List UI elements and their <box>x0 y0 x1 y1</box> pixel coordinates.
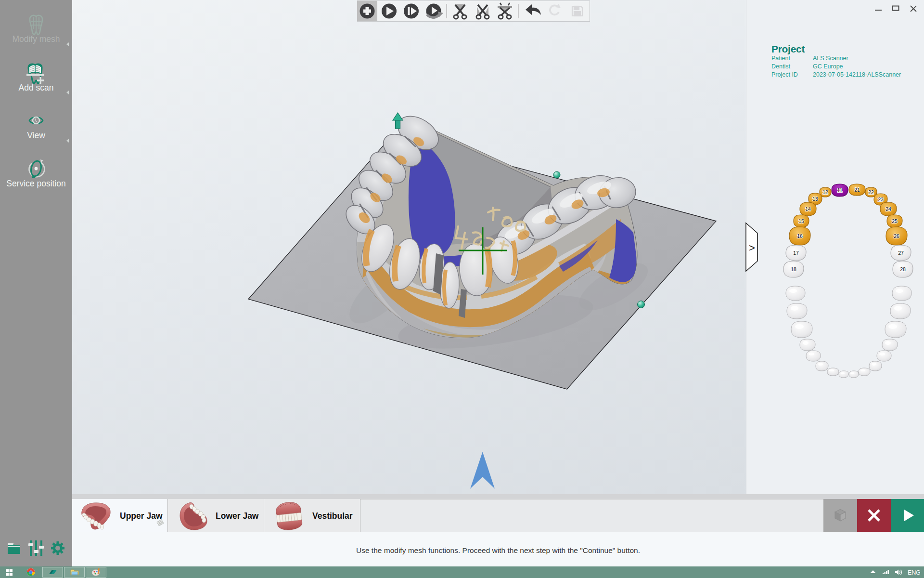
svg-text:23: 23 <box>878 197 884 202</box>
svg-text:ENG: ENG <box>908 569 920 576</box>
svg-text:13: 13 <box>812 196 818 202</box>
svg-text:>: > <box>749 242 755 254</box>
svg-text:28: 28 <box>900 266 906 272</box>
svg-text:12: 12 <box>822 189 828 195</box>
svg-text:16: 16 <box>797 233 803 239</box>
svg-text:15: 15 <box>798 218 804 224</box>
svg-text:11: 11 <box>837 187 843 193</box>
svg-text:22: 22 <box>868 189 874 195</box>
svg-text:25: 25 <box>892 218 898 224</box>
svg-text:17: 17 <box>793 250 799 256</box>
svg-text:14: 14 <box>805 206 811 212</box>
svg-text:18: 18 <box>791 266 796 272</box>
svg-text:27: 27 <box>898 250 904 256</box>
svg-text:21: 21 <box>854 187 860 193</box>
svg-text:24: 24 <box>886 206 891 212</box>
svg-text:26: 26 <box>894 233 899 239</box>
